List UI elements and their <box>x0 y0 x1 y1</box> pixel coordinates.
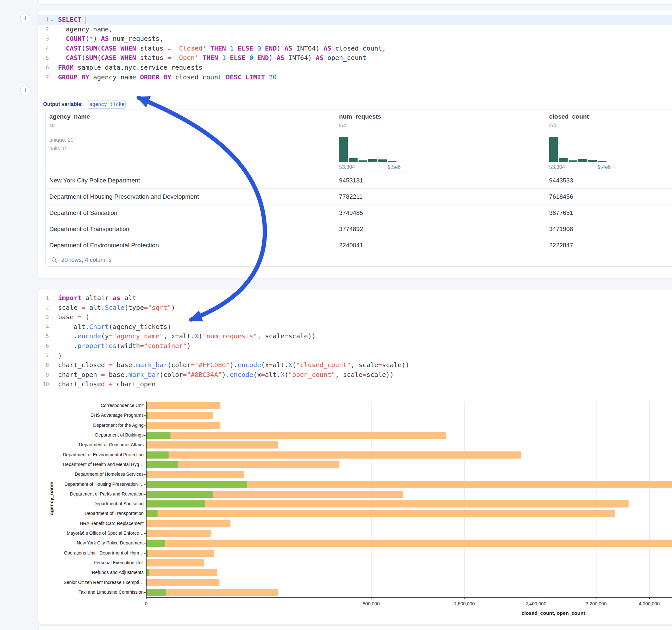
y-axis-label: Refunds and Adjustments <box>38 570 144 575</box>
bar-open <box>146 422 147 429</box>
y-tick <box>144 504 146 504</box>
code-text: COUNT(*) AS num_requests, <box>58 34 163 44</box>
bar-closed <box>146 530 211 537</box>
grid-line <box>371 401 371 597</box>
y-tick <box>144 583 146 583</box>
histogram-bar <box>388 161 397 162</box>
x-axis-label: 0 <box>123 601 169 606</box>
grid-line <box>596 401 597 597</box>
y-axis-label: Senior Citizen Rent Increase Exempti… <box>38 580 144 585</box>
y-tick <box>144 426 146 426</box>
bar-closed <box>146 510 615 517</box>
y-tick <box>144 514 146 514</box>
bar-open <box>146 589 166 596</box>
bar-closed <box>146 452 521 459</box>
table-cell: 3471908 <box>549 225 573 233</box>
code-line[interactable]: 3 COUNT(*) AS num_requests, <box>38 34 672 44</box>
histogram-bar <box>339 137 348 162</box>
y-axis-label: Department for the Aging <box>38 422 144 428</box>
add-cell-button-top[interactable]: + <box>20 13 30 23</box>
bar-open <box>146 481 247 488</box>
y-tick <box>144 494 146 494</box>
table-body: New York City Police Department945313194… <box>46 172 672 253</box>
y-axis-label: Department of Buildings <box>38 432 144 437</box>
previous-cell-edge <box>38 0 672 4</box>
bar-open <box>146 491 213 498</box>
code-line[interactable]: 5 CAST(SUM(CASE WHEN status = 'Open' THE… <box>38 53 672 63</box>
table-cell: New York City Police Department <box>49 177 140 184</box>
histogram-max: 9.5e6 <box>388 164 401 170</box>
bar-closed <box>146 500 628 508</box>
column-type: str <box>49 123 55 129</box>
y-axis-label: Correspondence Unit <box>38 403 144 408</box>
python-cell: 1import altair as alt2scale = alt.Scale(… <box>38 289 672 624</box>
code-line[interactable]: 7GROUP BY agency_name ORDER BY closed_co… <box>38 73 672 82</box>
table-summary: 20 rows, 4 columns <box>61 257 112 264</box>
column-name: closed_count <box>549 113 589 120</box>
table-cell: 9453131 <box>339 177 363 184</box>
column-histogram <box>339 137 397 162</box>
result-table: agency_namestrunique: 20nulls: 0num_requ… <box>45 110 672 267</box>
output-variable-chip[interactable]: agency_tickets <box>87 100 126 108</box>
code-text: agency_name, <box>58 25 113 34</box>
x-axis-label: 3,200,000 <box>573 601 619 606</box>
bar-closed <box>146 589 278 596</box>
y-tick <box>144 455 146 455</box>
code-text: FROM sample_data.nyc.service_requests <box>58 63 202 73</box>
table-cell: 2240041 <box>339 242 363 249</box>
code-line[interactable]: 2 agency_name, <box>38 25 672 34</box>
y-tick <box>144 573 146 573</box>
y-tick <box>144 553 146 554</box>
code-line[interactable]: 1⌄SELECT <box>38 15 672 25</box>
code-line[interactable]: 4 CAST(SUM(CASE WHEN status = 'Closed' T… <box>38 44 672 53</box>
bar-open <box>146 441 147 449</box>
bar-open <box>146 461 178 468</box>
bar-closed <box>146 579 219 586</box>
bar-open <box>146 402 147 409</box>
y-tick <box>144 406 146 406</box>
histogram-bar <box>359 161 367 162</box>
table-cell: 7618456 <box>549 193 573 200</box>
histogram-bar <box>598 161 606 162</box>
bar-open <box>146 452 169 459</box>
code-line[interactable]: 6FROM sample_data.nyc.service_requests <box>38 63 672 73</box>
add-cell-button-middle[interactable]: + <box>20 85 30 95</box>
y-axis-label: Department of Consumer Affairs <box>38 442 144 447</box>
y-axis-label: Operations Unit - Department of Hom… <box>38 550 144 555</box>
table-row: Department of Housing Preservation and D… <box>46 189 672 205</box>
histogram-min: 53,304 <box>339 164 355 170</box>
y-tick <box>144 543 146 543</box>
bar-open <box>146 471 147 478</box>
histogram-min: 53,304 <box>549 164 565 170</box>
table-row: Department of Transportation377489234719… <box>46 221 672 237</box>
histogram-bar <box>549 137 558 162</box>
bar-closed <box>146 539 672 547</box>
bar-chart: Correspondence UnitDHS Advantage Program… <box>38 289 672 624</box>
y-tick <box>144 475 146 475</box>
line-number: 1 <box>38 15 49 25</box>
histogram-bar <box>569 161 577 162</box>
histogram-bar <box>578 159 587 162</box>
bar-closed <box>146 422 220 429</box>
table-cell: 3749485 <box>339 209 363 217</box>
table-cell: 3677651 <box>549 209 573 217</box>
bar-open <box>146 530 147 537</box>
table-row: Department of Sanitation37494853677651 <box>46 205 672 221</box>
fold-caret-icon[interactable]: ⌄ <box>49 15 55 25</box>
sql-code-editor[interactable]: 1⌄SELECT 2 agency_name,3 COUNT(*) AS num… <box>38 15 672 82</box>
search-icon[interactable] <box>51 257 57 263</box>
line-number: 3 <box>38 34 49 44</box>
table-cell: Department of Environmental Protection <box>49 242 159 249</box>
line-number: 7 <box>38 73 49 82</box>
table-cell: 3774892 <box>339 225 363 233</box>
bar-open <box>146 579 147 586</box>
y-tick <box>144 435 146 436</box>
x-axis-label: 800,000 <box>349 601 394 606</box>
y-axis-label: Department of Environmental Protection <box>38 452 144 457</box>
line-number: 2 <box>38 25 49 34</box>
table-header: agency_namestrunique: 20nulls: 0num_requ… <box>46 110 672 172</box>
y-tick <box>144 592 146 593</box>
histogram-range: 53,3049.4e6 <box>549 164 611 170</box>
bar-closed <box>146 471 244 478</box>
column-type: i64 <box>549 123 556 129</box>
